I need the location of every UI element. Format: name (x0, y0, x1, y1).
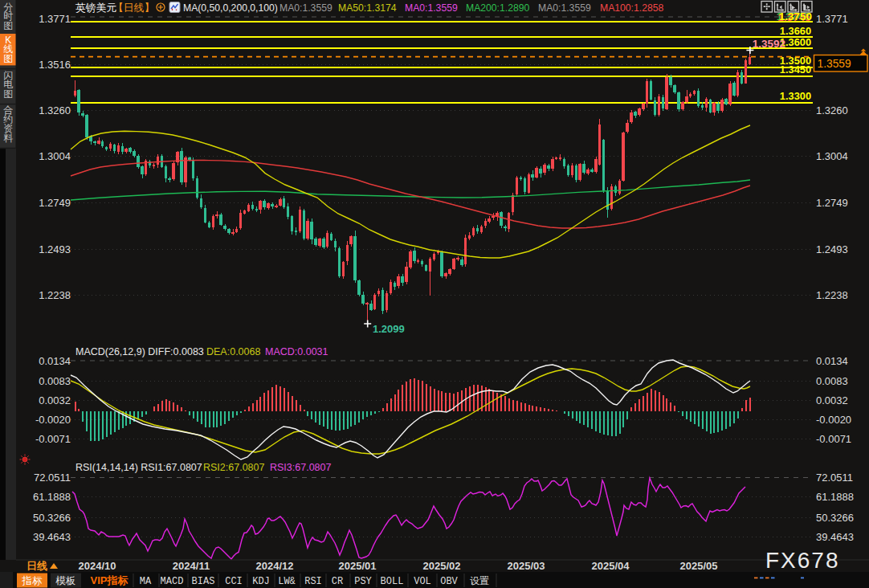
svg-text:CCI: CCI (225, 576, 243, 587)
svg-text:50.3266: 50.3266 (33, 512, 71, 524)
svg-text:MA0:1.3559: MA0:1.3559 (538, 2, 591, 14)
svg-text:设置: 设置 (470, 576, 489, 587)
svg-text:图: 图 (3, 53, 13, 64)
svg-text:2024/10: 2024/10 (79, 560, 116, 572)
svg-text:1.2099: 1.2099 (373, 323, 405, 335)
svg-text:MA0:1.3559: MA0:1.3559 (279, 2, 333, 14)
svg-text:指标: 指标 (22, 575, 43, 586)
svg-text:CR: CR (332, 576, 343, 587)
svg-text:MA: MA (140, 576, 152, 587)
svg-text:MACD: MACD (161, 576, 184, 587)
svg-text:1.3300: 1.3300 (780, 90, 811, 102)
svg-text:BIAS: BIAS (192, 576, 215, 587)
svg-text:-0.0020: -0.0020 (35, 414, 71, 426)
svg-text:MACD(26,12,9) DIFF:0.0083: MACD(26,12,9) DIFF:0.0083 (75, 346, 204, 357)
svg-text:1.2749: 1.2749 (39, 197, 71, 209)
svg-text:1.2238: 1.2238 (39, 289, 71, 301)
svg-text:MA(0,50,0,200,0,100): MA(0,50,0,200,0,100) (183, 2, 278, 14)
svg-text:1.3004: 1.3004 (39, 150, 71, 162)
svg-text:0.0134: 0.0134 (816, 355, 848, 367)
svg-text:39.4643: 39.4643 (816, 531, 854, 543)
svg-text:1.3559: 1.3559 (818, 58, 852, 70)
svg-text:-0.0071: -0.0071 (816, 433, 851, 445)
svg-text:MA200:1.2890: MA200:1.2890 (466, 2, 530, 14)
svg-text:RSI(14,14,14) RSI1:67.0807: RSI(14,14,14) RSI1:67.0807 (75, 462, 202, 473)
svg-text:0.0134: 0.0134 (39, 355, 71, 367)
svg-text:50.3266: 50.3266 (816, 512, 854, 524)
svg-text:1.2493: 1.2493 (39, 243, 71, 255)
svg-text:-0.0020: -0.0020 (816, 414, 851, 426)
svg-text:1.2749: 1.2749 (816, 197, 848, 209)
svg-text:LW&: LW& (278, 576, 296, 587)
svg-text:日线: 日线 (27, 560, 47, 572)
svg-text:72.0511: 72.0511 (816, 472, 853, 484)
svg-text:61.1888: 61.1888 (33, 491, 71, 503)
svg-text:1.2238: 1.2238 (816, 289, 848, 301)
svg-text:模板: 模板 (55, 575, 76, 586)
svg-text:RSI: RSI (304, 576, 322, 587)
svg-text:-0.0071: -0.0071 (35, 433, 71, 445)
svg-text:VOL: VOL (414, 576, 431, 587)
svg-text:KDJ: KDJ (252, 576, 270, 587)
svg-text:0.0032: 0.0032 (39, 394, 71, 406)
svg-text:DEA:0.0068: DEA:0.0068 (206, 346, 260, 357)
svg-text:1.3660: 1.3660 (780, 25, 811, 37)
svg-text:OBV: OBV (440, 576, 458, 587)
svg-text:图: 图 (3, 88, 13, 100)
svg-text:2024/11: 2024/11 (173, 560, 210, 572)
svg-text:BOLL: BOLL (381, 576, 404, 587)
svg-text:MA0:1.3559: MA0:1.3559 (405, 2, 458, 14)
svg-text:MA100:1.2858: MA100:1.2858 (600, 2, 664, 14)
svg-text:PSY: PSY (354, 576, 372, 587)
svg-text:1.3516: 1.3516 (39, 59, 71, 71)
svg-text:39.4643: 39.4643 (33, 531, 71, 543)
svg-text:1.3450: 1.3450 (780, 63, 811, 76)
svg-text:1.3260: 1.3260 (39, 104, 71, 116)
svg-text:2025/05: 2025/05 (680, 560, 718, 572)
svg-text:MA50:1.3174: MA50:1.3174 (338, 2, 397, 14)
svg-text:英镑美元: 英镑美元 (75, 2, 116, 14)
svg-text:1.3004: 1.3004 (816, 150, 848, 162)
svg-text:1.3771: 1.3771 (39, 13, 71, 25)
svg-text:0.0032: 0.0032 (816, 394, 848, 406)
svg-text:72.0511: 72.0511 (34, 472, 71, 484)
svg-text:FX678: FX678 (765, 548, 840, 573)
svg-text:2025/01: 2025/01 (339, 560, 377, 572)
svg-text:0.0083: 0.0083 (39, 375, 71, 387)
svg-text:2025/02: 2025/02 (423, 560, 461, 572)
svg-text:RSI2:67.0807: RSI2:67.0807 (203, 462, 264, 473)
svg-text:0.0083: 0.0083 (816, 375, 848, 387)
svg-text:1.3771: 1.3771 (816, 13, 848, 25)
svg-text:图: 图 (3, 20, 13, 31)
svg-text:RSI3:67.0807: RSI3:67.0807 (270, 462, 331, 473)
svg-text:VIP指标: VIP指标 (91, 574, 129, 586)
svg-text:1.3592: 1.3592 (753, 38, 785, 50)
svg-text:1.2493: 1.2493 (816, 243, 848, 255)
svg-text:61.1888: 61.1888 (816, 491, 854, 503)
svg-text:1.3260: 1.3260 (816, 104, 848, 116)
svg-text:MACD:0.0031: MACD:0.0031 (265, 346, 328, 357)
svg-text:2025/04: 2025/04 (592, 560, 630, 572)
svg-text:【日线】: 【日线】 (113, 2, 154, 14)
svg-text:2024/12: 2024/12 (256, 560, 294, 572)
svg-text:2025/03: 2025/03 (508, 560, 545, 572)
svg-text:料: 料 (3, 133, 13, 144)
